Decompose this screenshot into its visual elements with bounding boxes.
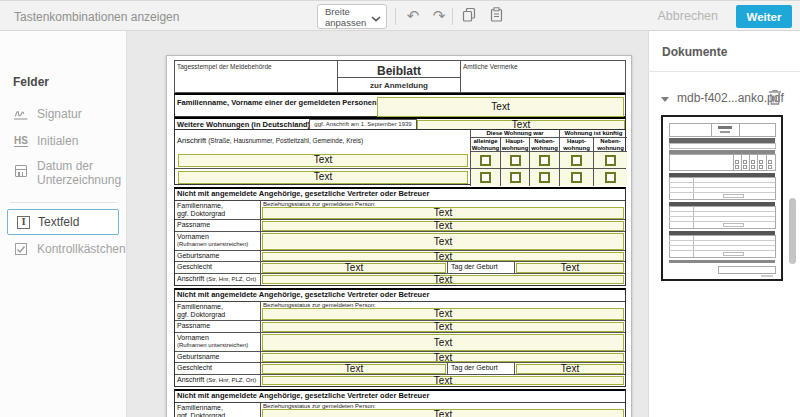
checkbox-field[interactable] [559,152,593,168]
textfield-icon: I [17,216,30,229]
checkbox-icon [13,243,29,255]
section-header: Nicht mit angemeldete Angehörige, gesetz… [175,391,625,403]
collapse-triangle-icon[interactable] [661,97,669,102]
form-subtitle: zur Anmeldung [338,78,460,90]
redo-button[interactable]: ↷ [429,6,449,26]
birthname-row: Geburtsname Text [175,251,625,262]
other-homes-row: Weitere Wohnungen (in Deutschland) ggf. … [174,117,626,129]
gender-label: Geschlecht [175,262,261,273]
keyboard-shortcuts-link[interactable]: Tastenkombinationen anzeigen [14,10,179,24]
address-row-1: Text [175,152,625,169]
sidebar-item-initialen[interactable]: HS Initialen [13,134,78,148]
sidebar-item-label: Kontrollkästchen [37,242,126,256]
col-header: alleinige Wohnung [470,138,500,152]
sidebar-item-label: Initialen [37,134,78,148]
documents-divider [648,71,800,72]
text-field[interactable]: Text [262,308,624,320]
text-field[interactable]: Text [262,322,624,333]
checkbox-field[interactable] [500,152,529,168]
next-button[interactable]: Weiter [736,5,792,28]
checkbox-field[interactable] [470,169,500,186]
copy-button[interactable] [459,6,479,26]
checkbox-field[interactable] [559,169,593,186]
text-field[interactable]: Text [262,334,624,352]
family-name-row: Familienname, ggf. Doktorgrad Beziehungs… [175,302,625,321]
checkbox [571,172,582,183]
document-page: Tagesstempel der Meldebehörde Beiblatt z… [166,55,632,417]
text-field[interactable]: Text [178,171,468,184]
col-header: Neben- wohnung [529,138,559,152]
checkbox-field[interactable] [593,169,627,186]
person-section: Nicht mit angemeldete Angehörige, gesetz… [174,288,626,387]
checkbox [480,172,491,183]
text-field[interactable]: Text [262,376,624,386]
passname-row: Passname Text [175,220,625,232]
firstnames-row: Vornamen (Rufnamen unterstreichen) Text [175,333,625,352]
section-header: Nicht mit angemeldete Angehörige, gesetz… [175,290,625,302]
stamp-cell: Tagesstempel der Meldebehörde [175,61,337,92]
text-field[interactable]: Text [262,263,446,274]
undo-button[interactable]: ↶ [403,6,423,26]
family-name-label: Familienname, ggf. Doktorgrad [175,201,261,219]
cancel-button[interactable]: Abbrechen [658,9,718,23]
family-name-label: Familienname, ggf. Doktorgrad [175,302,261,320]
text-field[interactable]: Text [262,364,446,375]
documents-title: Dokumente [662,45,727,59]
person-section: Nicht mit angemeldete Angehörige, gesetz… [174,187,626,286]
text-field[interactable]: Text [262,409,624,417]
text-field[interactable]: Text [377,97,624,117]
text-field[interactable]: Text [262,353,624,363]
passname-label: Passname [175,321,261,332]
address-block: Anschrift(Straße, Hausnummer, Postleitza… [174,129,626,185]
col-header: Haupt- wohnung [500,138,529,152]
checkbox-field[interactable] [529,152,559,168]
text-field[interactable]: Text [516,263,624,274]
gender-label: Geschlecht [175,363,261,374]
text-field[interactable]: Text [262,275,624,285]
zoom-select[interactable]: Breite anpassen [317,4,387,29]
sidebar-item-datum[interactable]: Datum der Unterzeichnung [13,159,117,188]
checkbox [605,172,616,183]
person-section: Nicht mit angemeldete Angehörige, gesetz… [174,389,626,417]
text-field[interactable]: Text [262,252,624,262]
gender-row: Geschlecht Text Tag der Geburt Text [175,262,625,274]
col-header: Haupt- wohnung [559,138,593,152]
form-title: Beiblatt [338,61,460,78]
address-label: Anschrift(Straße, Hausnummer, Postleitza… [177,130,467,152]
chevron-down-icon [371,14,381,25]
undo-icon: ↶ [407,7,420,25]
page-thumbnail[interactable] [661,115,783,281]
sidebar-item-kontrollkaestchen[interactable]: Kontrollkästchen [13,242,126,256]
passname-label: Passname [175,220,261,231]
paste-button[interactable] [486,6,506,26]
text-field[interactable]: Text [178,154,468,167]
sidebar-item-signatur[interactable]: Signatur [13,107,82,121]
checkbox [571,155,582,166]
fields-title: Felder [13,75,49,89]
family-name-row: Familienname, ggf. Doktorgrad Beziehungs… [175,403,625,417]
text-field[interactable]: Text [262,221,624,232]
checkbox-field[interactable] [500,169,529,186]
copy-icon [462,7,476,25]
text-field[interactable]: Text [262,207,624,219]
birthname-label: Geburtsname [175,251,261,261]
birthname-label: Geburtsname [175,352,261,362]
birthdate-label: Tag der Geburt [447,262,515,273]
form-header: Tagesstempel der Meldebehörde Beiblatt z… [174,60,626,93]
toolbar-separator [452,8,453,25]
checkbox-field[interactable] [529,169,559,186]
text-field[interactable]: Text [516,364,624,375]
initials-icon: HS [13,135,29,147]
checkbox-field[interactable] [470,152,500,168]
address-label: Anschrift (Str, Hnr, PLZ, Ort) [175,274,261,285]
redo-icon: ↷ [433,7,446,25]
delete-document-button[interactable] [768,89,782,109]
birthname-row: Geburtsname Text [175,352,625,363]
fields-sidebar: Felder Signatur HS Initialen Datum der U… [0,31,127,417]
panel-scrollbar-thumb[interactable] [789,198,796,264]
checkbox-field[interactable] [593,152,627,168]
text-field[interactable]: Text [262,233,624,251]
paste-icon [490,7,503,25]
sidebar-item-textfeld[interactable]: I Textfeld [7,209,119,235]
family-name-label: Familienname, ggf. Doktorgrad [175,403,261,417]
